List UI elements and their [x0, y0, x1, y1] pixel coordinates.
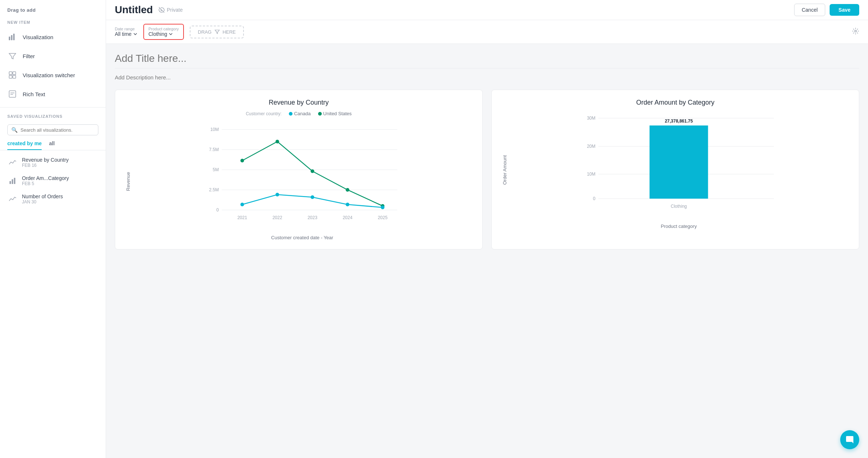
sidebar-item-visualization[interactable]: Visualization [0, 27, 106, 46]
order-chart-title: Order Amount by Category [501, 99, 850, 106]
chat-bubble[interactable] [840, 430, 859, 449]
viz-name-revenue: Revenue by Country [22, 157, 69, 163]
drag-here-suffix: HERE [223, 29, 236, 35]
sidebar-item-viz-switcher[interactable]: Visualization switcher [0, 65, 106, 85]
tabs-row: created by me all [0, 138, 106, 150]
svg-rect-6 [13, 75, 16, 78]
tab-all[interactable]: all [49, 140, 55, 150]
viz-info-order: Order Am...Category FEB 5 [22, 175, 69, 186]
svg-rect-5 [9, 75, 12, 78]
drag-here-zone: DRAG HERE [190, 26, 244, 38]
revenue-chart-title: Revenue by Country [124, 99, 473, 106]
list-item-revenue[interactable]: Revenue by Country FEB 16 [0, 153, 106, 172]
svg-rect-7 [9, 91, 16, 97]
svg-text:2021: 2021 [237, 215, 247, 220]
order-bar-chart: 30M 20M 10M 0 27,378,861.75 Clothing [507, 111, 850, 221]
bar-icon [7, 177, 18, 185]
chevron-down-icon-2 [169, 32, 173, 36]
sidebar-item-filter[interactable]: Filter [0, 46, 106, 65]
line-chart-icon-2 [7, 195, 18, 203]
search-container: 🔍 [0, 121, 106, 138]
svg-text:Clothing: Clothing [671, 204, 687, 209]
svg-text:0: 0 [216, 207, 219, 213]
dashboard-content: Revenue by Country Customer country: Can… [106, 44, 868, 458]
topbar: Untitled Private Cancel Save [106, 0, 868, 20]
svg-point-27 [241, 203, 244, 206]
private-indicator: Private [159, 7, 183, 13]
filter-label: Filter [23, 53, 35, 59]
svg-point-24 [311, 169, 314, 173]
viz-info-num-orders: Number of Orders JAN 30 [22, 194, 63, 204]
revenue-y-axis-label: Revenue [124, 122, 131, 240]
svg-point-31 [381, 206, 385, 209]
drag-here-label: DRAG [198, 29, 212, 35]
svg-text:10M: 10M [210, 127, 219, 132]
svg-text:2.5M: 2.5M [209, 187, 219, 192]
svg-rect-0 [9, 37, 10, 40]
gear-icon[interactable] [852, 27, 859, 37]
canada-dot [289, 112, 293, 116]
new-item-label: NEW ITEM [0, 17, 106, 27]
canada-legend-label: Canada [294, 111, 311, 116]
svg-text:2023: 2023 [307, 215, 317, 220]
date-range-filter[interactable]: Date range All time [115, 27, 137, 37]
dashboard-desc-input[interactable] [115, 74, 859, 80]
legend-canada: Canada [289, 111, 311, 116]
charts-row: Revenue by Country Customer country: Can… [115, 90, 859, 249]
date-range-value-row[interactable]: All time [115, 31, 137, 37]
revenue-x-axis-label: Customer created date - Year [131, 235, 473, 240]
order-x-axis-label: Product category [507, 224, 850, 229]
svg-rect-8 [10, 181, 11, 184]
svg-rect-10 [14, 178, 15, 184]
eye-off-icon [159, 7, 165, 13]
viz-info-revenue: Revenue by Country FEB 16 [22, 157, 69, 168]
us-legend-label: United States [323, 111, 352, 116]
list-item-num-orders[interactable]: Number of Orders JAN 30 [0, 190, 106, 208]
revenue-chart-legend: Customer country: Canada United States [124, 111, 473, 116]
save-button[interactable]: Save [830, 4, 859, 16]
main-area: Untitled Private Cancel Save Date range … [106, 0, 868, 458]
svg-text:27,378,861.75: 27,378,861.75 [665, 119, 693, 124]
svg-rect-45 [650, 125, 708, 199]
rich-text-icon [7, 89, 18, 99]
svg-rect-3 [9, 72, 12, 75]
dashboard-title-input[interactable] [115, 53, 859, 64]
revenue-line-chart: 10M 7.5M 5M 2.5M 0 [131, 122, 473, 232]
svg-point-11 [855, 30, 857, 32]
svg-text:2025: 2025 [378, 215, 388, 220]
revenue-chart-card: Revenue by Country Customer country: Can… [115, 90, 483, 249]
legend-label-prefix: Customer country: [246, 111, 282, 116]
topbar-left: Untitled Private [115, 4, 183, 16]
rich-text-label: Rich Text [23, 91, 45, 97]
product-category-label: Product category [148, 27, 179, 31]
cancel-button[interactable]: Cancel [794, 4, 826, 16]
search-wrap[interactable]: 🔍 [7, 124, 98, 135]
svg-text:20M: 20M [587, 144, 595, 149]
svg-text:0: 0 [593, 196, 596, 201]
svg-rect-2 [13, 34, 15, 40]
filter-icon [7, 51, 18, 61]
search-icon: 🔍 [11, 127, 18, 133]
order-y-axis-label: Order Amount [501, 111, 507, 229]
visualization-label: Visualization [23, 34, 53, 40]
date-range-value: All time [115, 31, 132, 37]
product-category-value: Clothing [148, 31, 167, 37]
viz-date-revenue: FEB 16 [22, 163, 69, 168]
viz-name-num-orders: Number of Orders [22, 194, 63, 199]
search-input[interactable] [20, 127, 94, 133]
svg-point-23 [276, 140, 279, 143]
list-item-order-amount[interactable]: Order Am...Category FEB 5 [0, 172, 106, 190]
svg-text:30M: 30M [587, 116, 595, 121]
svg-rect-9 [12, 179, 13, 184]
sidebar-item-rich-text[interactable]: Rich Text [0, 85, 106, 104]
svg-text:5M: 5M [213, 167, 219, 172]
sidebar: Drag to add NEW ITEM Visualization Filte… [0, 0, 106, 458]
product-category-filter[interactable]: Product category Clothing [143, 24, 184, 40]
us-dot [318, 112, 322, 116]
viz-list: Revenue by Country FEB 16 Order Am...Cat… [0, 150, 106, 211]
date-range-label: Date range [115, 27, 137, 31]
tab-created-by-me[interactable]: created by me [7, 140, 42, 150]
saved-viz-label: SAVED VISUALIZATIONS [0, 111, 106, 121]
topbar-right: Cancel Save [794, 4, 859, 16]
chevron-down-icon [133, 32, 137, 36]
